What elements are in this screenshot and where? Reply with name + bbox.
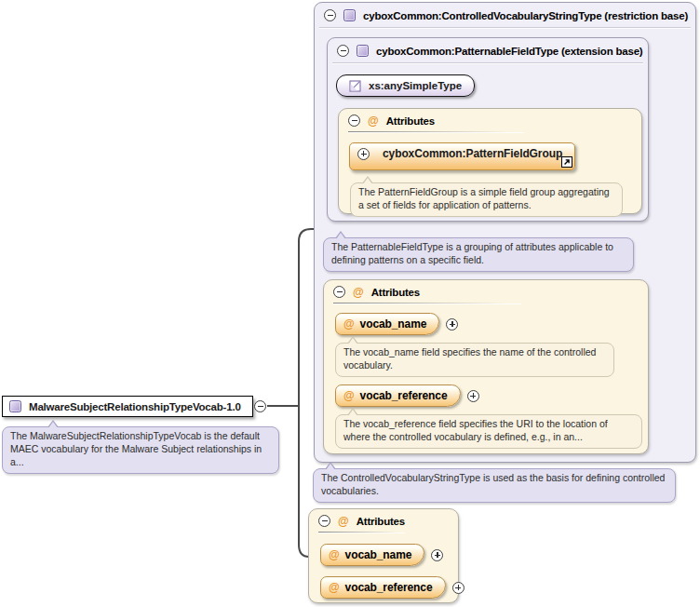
attribute-at-icon: @ — [329, 582, 340, 593]
pattern-field-group-badge[interactable]: cyboxCommon:PatternFieldGroup — [349, 142, 575, 170]
vocab-name-description: The vocab_name field specifies the name … — [335, 343, 614, 377]
pattern-field-group-description: The PatternFieldGroup is a simple field … — [350, 182, 623, 217]
expand-icon[interactable] — [452, 582, 464, 594]
expand-icon[interactable] — [357, 148, 370, 160]
attribute-row: @ vocab_reference — [335, 384, 479, 407]
patternable-field-type-description: The PatternableFieldType is a grouping o… — [323, 237, 634, 272]
attributes-title: Attributes — [357, 516, 405, 527]
schema-diagram: cyboxCommon:ControlledVocabularyStringTy… — [0, 0, 700, 607]
attributes-header: @ Attributes — [339, 109, 641, 130]
collapse-icon[interactable] — [348, 115, 360, 127]
attribute-label: vocab_name — [360, 317, 427, 330]
extension-base-header: cyboxCommon:PatternableFieldType (extens… — [328, 38, 648, 62]
attributes-divider — [318, 532, 405, 533]
element-label: MalwareSubjectRelationshipTypeVocab-1.0 — [29, 401, 241, 412]
attributes-header: @ Attributes — [309, 509, 458, 531]
collapse-icon[interactable] — [337, 45, 349, 57]
element-collapse-icon[interactable] — [254, 400, 266, 412]
vocab-name-attribute[interactable]: @ vocab_name — [320, 544, 424, 566]
collapse-icon[interactable] — [333, 286, 345, 298]
attributes-title: Attributes — [371, 287, 420, 298]
base-simple-type-label: xs:anySimpleType — [369, 80, 462, 91]
header-divider — [332, 62, 643, 63]
attribute-label: vocab_name — [345, 548, 412, 561]
attribute-at-icon: @ — [368, 115, 379, 127]
attribute-at-icon: @ — [338, 516, 349, 527]
attributes-divider — [333, 303, 521, 304]
element-malware-vocab[interactable]: MalwareSubjectRelationshipTypeVocab-1.0 — [2, 396, 253, 417]
goto-definition-icon[interactable] — [561, 156, 572, 168]
attribute-row: @ vocab_reference — [320, 576, 464, 599]
attributes-divider — [348, 131, 524, 132]
extension-base-title: cyboxCommon:PatternableFieldType (extens… — [376, 46, 643, 57]
base-simple-type-badge[interactable]: xs:anySimpleType — [336, 74, 475, 97]
attribute-at-icon: @ — [329, 549, 340, 560]
vocab-reference-description: The vocab_reference field specifies the … — [335, 414, 642, 449]
attribute-at-icon: @ — [353, 287, 364, 298]
vocab-reference-attribute[interactable]: @ vocab_reference — [320, 576, 446, 599]
attributes-title: Attributes — [386, 115, 435, 127]
attributes-header: @ Attributes — [324, 280, 648, 302]
controlled-vocab-description: The ControlledVocabularyStringType is us… — [313, 468, 676, 503]
expand-icon[interactable] — [467, 390, 479, 402]
expand-icon[interactable] — [431, 549, 443, 561]
attribute-label: vocab_reference — [360, 389, 448, 402]
complex-type-icon — [343, 9, 356, 21]
simple-type-icon — [349, 80, 361, 92]
header-divider — [319, 27, 691, 28]
attribute-at-icon: @ — [343, 390, 355, 401]
vocab-reference-attribute[interactable]: @ vocab_reference — [335, 384, 461, 407]
attribute-label: vocab_reference — [345, 581, 433, 594]
pattern-field-group-label: cyboxCommon:PatternFieldGroup — [383, 147, 562, 160]
restriction-base-header: cyboxCommon:ControlledVocabularyStringTy… — [315, 3, 695, 27]
vocab-name-attribute[interactable]: @ vocab_name — [335, 313, 439, 335]
restriction-base-title: cyboxCommon:ControlledVocabularyStringTy… — [363, 10, 688, 21]
complex-type-icon — [357, 45, 369, 57]
attribute-at-icon: @ — [343, 318, 355, 330]
collapse-icon[interactable] — [318, 515, 330, 527]
complex-type-icon — [9, 400, 21, 412]
attribute-row: @ vocab_name — [320, 544, 443, 566]
expand-icon[interactable] — [446, 318, 458, 330]
collapse-icon[interactable] — [324, 9, 336, 21]
element-description: The MalwareSubjectRelationshipTypeVocab … — [2, 426, 279, 474]
attribute-row: @ vocab_name — [335, 313, 458, 335]
